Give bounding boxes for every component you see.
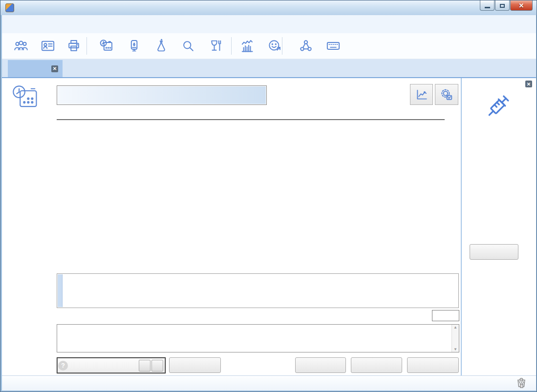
trash-icon[interactable]: ! — [516, 377, 527, 390]
bolus-panel-close-icon[interactable]: ✕ — [525, 81, 532, 87]
toolbar-separator — [86, 37, 87, 55]
close-icon: ✕ — [519, 2, 524, 9]
bemerkung-button[interactable] — [169, 357, 221, 373]
minimize-icon — [485, 7, 490, 8]
keyboard-icon[interactable] — [326, 39, 341, 53]
chart-splitter[interactable] — [58, 274, 63, 307]
people-group-icon[interactable] — [14, 39, 28, 53]
minimize-button[interactable] — [480, 0, 494, 11]
basal-chart-panel — [57, 273, 459, 308]
settings-button[interactable] — [435, 84, 458, 105]
patient-card-icon[interactable] — [41, 39, 55, 53]
frage-next-button[interactable] — [151, 360, 163, 371]
diary-calendar-large-icon — [11, 83, 41, 113]
status-bar: ! — [2, 375, 536, 391]
basal-chart-svg — [87, 274, 459, 309]
title-bar: ✕ — [0, 0, 537, 15]
diary-table — [57, 119, 445, 120]
basalraten-button[interactable] — [295, 357, 346, 373]
syringe-icon — [484, 91, 514, 120]
tab-strip: ✕ — [2, 59, 536, 77]
close-button[interactable]: ✕ — [510, 0, 533, 11]
share-icon[interactable] — [299, 39, 313, 53]
wellbeing-smiley-icon[interactable] — [267, 39, 282, 53]
berechnen-button[interactable] — [470, 244, 518, 260]
bolus-calculator-panel: ✕ — [461, 78, 536, 376]
maximize-button[interactable] — [495, 0, 510, 11]
svg-text:!: ! — [521, 384, 522, 388]
toolbar-separator — [231, 37, 232, 55]
graph-view-button[interactable] — [410, 84, 433, 105]
main-content: ▲ ▼ ? ✕ — [2, 77, 536, 375]
food-drink-icon[interactable] — [209, 39, 223, 53]
glucose-meter-icon[interactable] — [127, 39, 141, 53]
question-mark-icon: ? — [58, 361, 68, 371]
lab-flask-icon[interactable] — [154, 39, 169, 53]
app-window: ✕ — [0, 0, 537, 392]
scroll-up-icon[interactable]: ▲ — [453, 325, 457, 330]
printer-icon[interactable] — [66, 39, 81, 53]
toolbar — [2, 33, 536, 59]
tab-tagebuch[interactable]: ✕ — [8, 60, 63, 77]
bemerkung-textarea[interactable]: ▲ ▼ — [57, 324, 459, 352]
tab-close-icon[interactable]: ✕ — [51, 65, 58, 72]
schliessen-button[interactable] — [407, 357, 459, 373]
textarea-scrollbar[interactable]: ▲ ▼ — [451, 325, 459, 352]
app-icon — [5, 3, 14, 12]
gewicht-input[interactable] — [432, 310, 459, 321]
maximize-icon — [500, 4, 505, 8]
frage-nav — [138, 360, 163, 371]
toolbar-separator — [282, 37, 282, 55]
frage-prev-button[interactable] — [139, 360, 150, 371]
search-icon[interactable] — [181, 39, 195, 53]
scroll-down-icon[interactable]: ▼ — [453, 347, 457, 351]
frage-stellen-widget[interactable]: ? — [57, 357, 166, 373]
window-controls: ✕ — [479, 0, 533, 11]
diary-calendar-icon[interactable] — [99, 39, 114, 53]
statistics-icon[interactable] — [239, 39, 254, 53]
speichern-button[interactable] — [351, 357, 402, 373]
date-bar — [57, 85, 267, 105]
menu-bar — [2, 15, 536, 33]
